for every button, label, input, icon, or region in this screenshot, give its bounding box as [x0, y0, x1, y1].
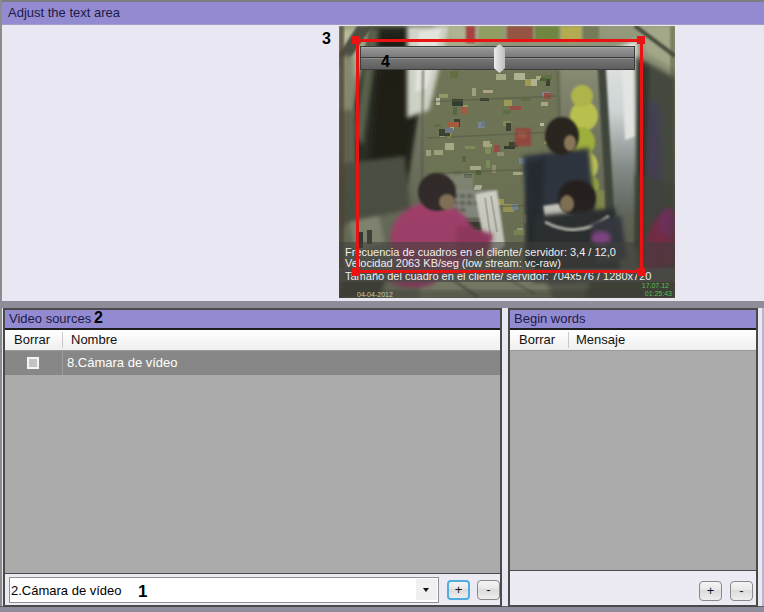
svg-text:17.07.12: 17.07.12	[642, 282, 669, 289]
svg-text:Velocidad 2063 KB/seg (low str: Velocidad 2063 KB/seg (low stream: vc-ra…	[345, 257, 561, 269]
svg-text:04-04-2012: 04-04-2012	[357, 291, 393, 298]
svg-text:01:25:43: 01:25:43	[645, 290, 672, 297]
